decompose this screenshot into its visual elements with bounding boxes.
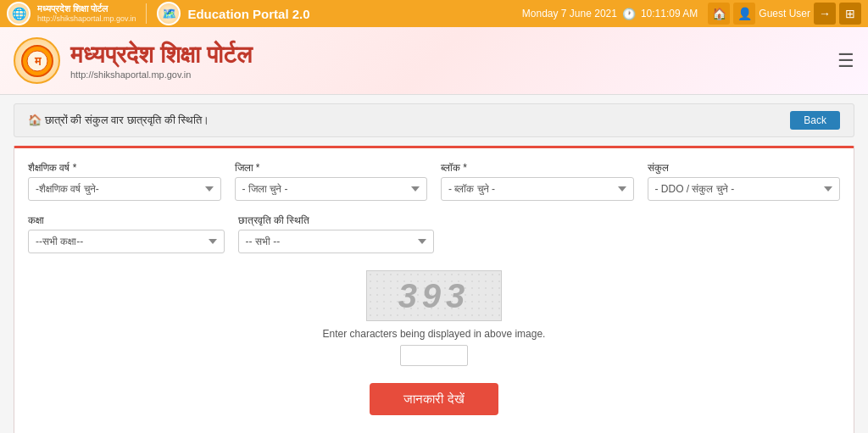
academic-year-label: शैक्षणिक वर्ष * <box>28 162 221 174</box>
main-header: म मध्यप्रदेश शिक्षा पोर्टल http://shiksh… <box>0 27 868 95</box>
class-label: कक्षा <box>28 214 225 226</box>
block-select[interactable]: - ब्लॉक चुने - <box>441 177 634 201</box>
breadcrumb-text: 🏠 छात्रों की संकुल वार छात्रवृति की स्थि… <box>28 114 209 127</box>
user-icon: 👤 <box>737 7 752 20</box>
form-row-1: शैक्षणिक वर्ष * -शैक्षणिक वर्ष चुने- जिल… <box>28 162 840 201</box>
empty-spacer <box>448 214 840 253</box>
mp-emblem: म <box>14 37 60 84</box>
submit-section: जानकारी देखें <box>28 383 840 415</box>
scholarship-status-group: छात्रवृति की स्थिति -- सभी -- <box>238 214 435 253</box>
clock-icon: 🕐 <box>622 8 636 20</box>
form-section: शैक्षणिक वर्ष * -शैक्षणिक वर्ष चुने- जिल… <box>14 146 854 433</box>
login-button[interactable]: → <box>814 3 836 25</box>
submit-button[interactable]: जानकारी देखें <box>370 383 498 415</box>
date-text: Monday 7 June 2021 <box>522 8 617 19</box>
top-bar: 🌐 मध्यप्रदेश शिक्षा पोर्टल http://shiksh… <box>0 0 868 27</box>
breadcrumb-bar: 🏠 छात्रों की संकुल वार छात्रवृति की स्थि… <box>14 103 854 137</box>
block-group: ब्लॉक * - ब्लॉक चुने - <box>441 162 634 201</box>
back-button[interactable]: Back <box>790 111 840 130</box>
portal2-logo-small: 🗺️ <box>157 2 181 25</box>
form-row-2: कक्षा --सभी कक्षा-- छात्रवृति की स्थिति … <box>28 214 840 253</box>
hamburger-icon: ☰ <box>837 50 854 71</box>
portal-center-title: Education Portal 2.0 <box>187 7 309 21</box>
sankul-group: संकुल - DDO / संकुल चुने - <box>648 162 841 201</box>
class-group: कक्षा --सभी कक्षा-- <box>28 214 225 253</box>
captcha-section: 393 Enter characters being displayed in … <box>28 270 840 366</box>
district-group: जिला * - जिला चुने - <box>235 162 428 201</box>
district-select[interactable]: - जिला चुने - <box>235 177 428 201</box>
sankul-label: संकुल <box>648 162 841 174</box>
portal-hindi-title: मध्यप्रदेश शिक्षा पोर्टल http://shikshap… <box>70 42 252 80</box>
top-bar-left: 🌐 मध्यप्रदेश शिक्षा पोर्टल http://shiksh… <box>7 2 310 25</box>
captcha-input[interactable] <box>400 345 468 366</box>
left-portal-url: http://shikshaportal.mp.gov.in <box>37 14 136 24</box>
block-label: ब्लॉक * <box>441 162 634 174</box>
class-select[interactable]: --सभी कक्षा-- <box>28 230 225 253</box>
mp-logo-small: 🌐 <box>7 2 31 25</box>
svg-text:म: म <box>33 54 41 68</box>
scholarship-status-label: छात्रवृति की स्थिति <box>238 214 435 226</box>
date-time: Monday 7 June 2021 🕐 10:11:09 AM <box>522 8 698 20</box>
left-portal-name: मध्यप्रदेश शिक्षा पोर्टल <box>37 3 136 14</box>
top-icons: 🏠 👤 Guest User → ⊞ <box>708 3 861 25</box>
sankul-select[interactable]: - DDO / संकुल चुने - <box>648 177 841 201</box>
district-label: जिला * <box>235 162 428 174</box>
guest-user-label: Guest User <box>759 8 810 19</box>
academic-year-select[interactable]: -शैक्षणिक वर्ष चुने- <box>28 177 221 201</box>
top-bar-right: Monday 7 June 2021 🕐 10:11:09 AM 🏠 👤 Gue… <box>522 3 861 25</box>
time-text: 10:11:09 AM <box>641 8 698 19</box>
scholarship-status-select[interactable]: -- सभी -- <box>238 230 435 253</box>
grid-menu-button[interactable]: ⊞ <box>839 3 861 25</box>
portal-url: http://shikshaportal.mp.gov.in <box>70 69 252 80</box>
hindi-title: मध्यप्रदेश शिक्षा पोर्टल <box>70 42 252 69</box>
home-button[interactable]: 🏠 <box>708 3 730 25</box>
user-icon-button[interactable]: 👤 <box>733 3 755 25</box>
hamburger-menu-button[interactable]: ☰ <box>837 50 854 72</box>
main-header-left: म मध्यप्रदेश शिक्षा पोर्टल http://shiksh… <box>14 37 252 84</box>
captcha-image: 393 <box>366 270 502 321</box>
academic-year-group: शैक्षणिक वर्ष * -शैक्षणिक वर्ष चुने- <box>28 162 221 201</box>
captcha-instruction: Enter characters being displayed in abov… <box>28 328 840 340</box>
captcha-code: 393 <box>398 277 470 315</box>
